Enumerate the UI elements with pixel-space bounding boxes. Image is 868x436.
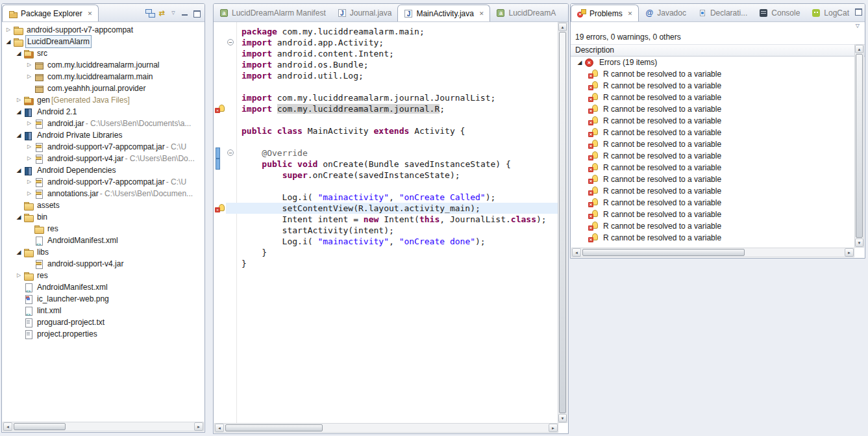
tree-item[interactable]: AndroidManifest.xml [3, 235, 204, 246]
scroll-thumb[interactable] [14, 423, 66, 430]
tab-logcat[interactable]: LogCat [806, 4, 855, 21]
scroll-right-icon[interactable]: ► [194, 422, 203, 431]
scroll-right-icon[interactable]: ► [845, 248, 854, 257]
problem-item[interactable]: R cannot be resolved to a variable [571, 138, 854, 150]
fold-collapse-icon[interactable]: − [227, 39, 234, 45]
problems-vscrollbar[interactable]: ▲ ▼ [854, 44, 864, 248]
problem-item[interactable]: R cannot be resolved to a variable [571, 68, 854, 80]
scroll-track[interactable] [581, 248, 845, 257]
problem-item[interactable]: R cannot be resolved to a variable [571, 92, 854, 103]
tab-journal-java[interactable]: Journal.java [332, 4, 398, 21]
tab-problems[interactable]: Problems✕ [571, 5, 639, 22]
scroll-thumb[interactable] [856, 54, 863, 238]
scroll-track[interactable] [224, 424, 549, 432]
code-line[interactable]: − @Override [214, 147, 558, 159]
code-line[interactable]: } [214, 247, 558, 258]
tree-item[interactable]: ▷android-support-v7-appcompat.jar - C:\U [3, 141, 204, 153]
scroll-thumb[interactable] [559, 32, 566, 413]
scroll-track[interactable] [12, 422, 194, 431]
error-quickfix-icon[interactable] [215, 203, 225, 213]
problem-item[interactable]: R cannot be resolved to a variable [571, 185, 854, 197]
code-line[interactable]: import com.my.luciddreamalarm.journal.Jo… [214, 92, 558, 103]
problem-item[interactable]: R cannot be resolved to a variable [571, 220, 854, 232]
maximize-icon[interactable] [192, 8, 201, 18]
tree-item[interactable]: ▷android.jar - C:\Users\Ben\Documents\a.… [3, 118, 204, 129]
tree-item[interactable]: ▷com.my.luciddreamalarm.journal [3, 59, 204, 71]
tab-console[interactable]: Console [753, 4, 806, 21]
tree-item[interactable]: ▷android-support-v7-appcompat.jar - C:\U [3, 176, 204, 188]
tree-item[interactable]: ◢Android Private Libraries [3, 129, 204, 141]
close-icon[interactable]: ✕ [479, 10, 484, 17]
tree-item[interactable]: ◢Android Dependencies [3, 164, 204, 176]
tab-luciddreamalarm-manifest[interactable]: LucidDreamAlarm Manifest [214, 4, 332, 21]
collapsed-arrow-icon[interactable]: ▷ [25, 71, 34, 83]
tree-item[interactable]: ◢libs [3, 246, 204, 258]
view-menu-icon[interactable]: ▽ [856, 23, 860, 29]
scroll-up-icon[interactable]: ▲ [855, 45, 863, 53]
code-line[interactable] [214, 81, 558, 92]
tree-item[interactable]: proguard-project.txt [3, 316, 204, 328]
problem-item[interactable]: R cannot be resolved to a variable [571, 173, 854, 185]
scroll-thumb[interactable] [225, 424, 323, 431]
tree-item[interactable]: ▷annotations.jar - C:\Users\Ben\Documen.… [3, 188, 204, 199]
code-area[interactable]: package com.my.luciddreamalarm.main;−imp… [214, 22, 558, 269]
tree-item[interactable]: ▷gen [Generated Java Files] [3, 94, 204, 106]
close-icon[interactable]: ✕ [628, 10, 633, 17]
scroll-left-icon[interactable]: ◄ [572, 248, 581, 257]
collapsed-arrow-icon[interactable]: ▷ [25, 188, 34, 199]
problem-item[interactable]: R cannot be resolved to a variable [571, 103, 854, 115]
problem-item[interactable]: R cannot be resolved to a variable [571, 232, 854, 244]
expanded-arrow-icon[interactable]: ◢ [14, 106, 23, 118]
tab-luciddreama[interactable]: LucidDreamA [490, 4, 562, 21]
tree-item[interactable]: AndroidManifest.xml [3, 281, 204, 293]
expanded-arrow-icon[interactable]: ◢ [14, 246, 23, 258]
editor-vscrollbar[interactable]: ▲ ▼ [558, 22, 567, 423]
code-line[interactable]: startActivity(intent); [214, 225, 558, 236]
scroll-left-icon[interactable]: ◄ [3, 422, 12, 431]
code-line[interactable]: import android.util.Log; [214, 70, 558, 81]
code-line[interactable]: Log.i( "mainactivity", "onCreate Called"… [214, 192, 558, 203]
error-quickfix-icon[interactable] [215, 104, 225, 114]
tree-item[interactable]: ◢LucidDreamAlarm [3, 36, 204, 47]
tab-mainactivity-java[interactable]: MainActivity.java✕ [397, 5, 490, 22]
code-line[interactable]: Log.i( "mainactivity", "onCreate done"); [214, 236, 558, 247]
scroll-right-icon[interactable]: ► [549, 424, 558, 432]
editor-hscrollbar[interactable]: ◄ ► [214, 423, 558, 433]
view-menu-icon[interactable] [169, 8, 178, 18]
problems-group-row[interactable]: ◢Errors (19 items) [571, 57, 854, 68]
code-line[interactable]: package com.my.luciddreamalarm.main; [214, 26, 558, 37]
close-icon[interactable]: ✕ [88, 10, 93, 17]
problem-item[interactable]: R cannot be resolved to a variable [571, 197, 854, 209]
description-column-header[interactable]: Description [571, 44, 865, 57]
tab-package-explorer[interactable]: Package Explorer ✕ [2, 5, 99, 22]
tree-item[interactable]: ◢Android 2.1 [3, 106, 204, 118]
scroll-down-icon[interactable]: ▼ [855, 238, 863, 247]
code-line[interactable]: −import android.app.Activity; [214, 37, 558, 48]
collapse-all-icon[interactable] [145, 8, 155, 18]
tree-item[interactable]: ic_launcher-web.png [3, 293, 204, 305]
code-line[interactable]: setContentView(R.layout.activity_main); [214, 203, 558, 214]
expanded-arrow-icon[interactable]: ◢ [14, 211, 23, 223]
code-line[interactable]: } [214, 258, 558, 269]
tab-declarati[interactable]: Declarati... [692, 4, 753, 21]
code-line[interactable] [214, 114, 558, 125]
expanded-arrow-icon[interactable]: ◢ [14, 47, 23, 59]
collapsed-arrow-icon[interactable]: ▷ [25, 141, 34, 153]
problem-item[interactable]: R cannot be resolved to a variable [571, 115, 854, 127]
problem-item[interactable]: R cannot be resolved to a variable [571, 80, 854, 92]
collapsed-arrow-icon[interactable]: ▷ [14, 94, 23, 106]
code-line[interactable]: public class MainActivity extends Activi… [214, 125, 558, 136]
scroll-down-icon[interactable]: ▼ [558, 414, 567, 422]
problem-item[interactable]: R cannot be resolved to a variable [571, 127, 854, 138]
collapsed-arrow-icon[interactable]: ▷ [25, 118, 34, 129]
tree-item[interactable]: com.yeahhh.journal.provider [3, 83, 204, 94]
panel-menu-icon[interactable] [854, 6, 863, 16]
problems-hscrollbar[interactable]: ◄ ► [571, 248, 854, 257]
tree-item[interactable]: ▷android-support-v7-appcompat [3, 24, 204, 36]
scroll-thumb[interactable] [582, 249, 745, 256]
collapsed-arrow-icon[interactable]: ▷ [25, 59, 34, 71]
code-line[interactable] [214, 136, 558, 147]
expanded-arrow-icon[interactable]: ◢ [4, 36, 13, 47]
tab-javadoc[interactable]: Javadoc [639, 4, 692, 21]
code-line[interactable]: public void onCreate(Bundle savedInstanc… [214, 159, 558, 170]
